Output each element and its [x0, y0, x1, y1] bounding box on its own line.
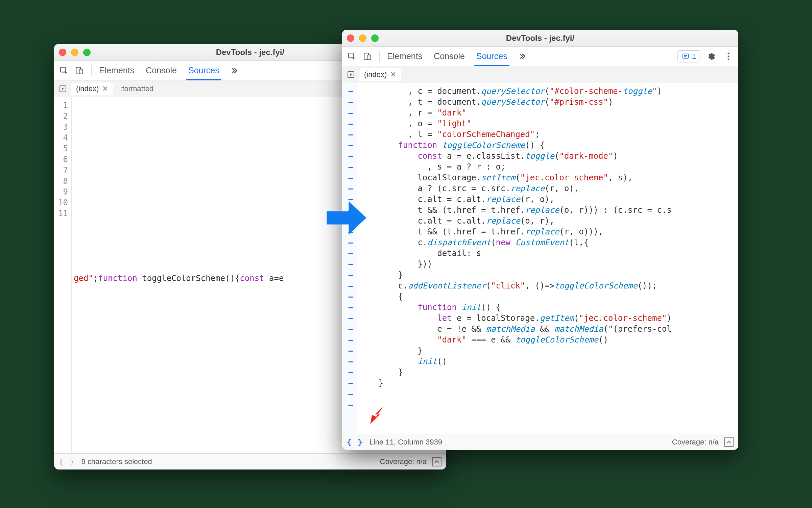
status-bar: { } Line 11, Column 3939 Coverage: n/a: [342, 434, 738, 450]
code-line: {: [359, 291, 738, 302]
code-line: })): [359, 259, 738, 270]
tab-sources[interactable]: Sources: [188, 61, 219, 80]
svg-rect-6: [368, 55, 371, 59]
close-window-button[interactable]: [59, 49, 66, 56]
svg-point-10: [728, 58, 730, 60]
code-line: , s = a ? r : o;: [359, 161, 738, 172]
code-line: const a = e.classList.toggle("dark-mode"…: [359, 151, 738, 161]
code-line: , c = document.querySelector("#color-sch…: [359, 86, 738, 97]
coverage-label: Coverage: n/a: [672, 438, 719, 447]
file-tab-formatted[interactable]: :formatted: [115, 82, 158, 95]
issues-count: 1: [692, 52, 696, 61]
code-line: }: [359, 345, 738, 356]
code-line: a ? (c.src = c.src.replace(r, o),: [359, 183, 738, 194]
file-tab-index[interactable]: (index) ✕: [359, 68, 401, 81]
close-window-button[interactable]: [347, 34, 354, 42]
panel-tabs: Elements Console Sources: [99, 61, 240, 80]
device-toolbar-icon[interactable]: [72, 63, 87, 78]
code-line: c.addEventListener("click", ()=>toggleCo…: [359, 280, 738, 291]
navigator-pane-icon[interactable]: [57, 83, 69, 95]
code-line: , t = document.querySelector("#prism-css…: [359, 97, 738, 107]
tab-sources[interactable]: Sources: [476, 47, 507, 66]
code-line: e = !e && matchMedia && matchMedia("(pre…: [359, 324, 738, 334]
code-line: c.alt = c.alt.replace(o, r),: [359, 215, 738, 226]
file-tab-label: (index): [364, 70, 387, 79]
status-bar: { } 9 characters selected Coverage: n/a: [54, 453, 446, 469]
svg-rect-7: [683, 54, 689, 58]
minimize-window-button[interactable]: [71, 49, 78, 56]
source-editor[interactable]: –––––––––– –––––––––– –––––––––– , c = d…: [342, 83, 738, 434]
panel-tabs: Elements Console Sources: [387, 47, 528, 66]
code-area[interactable]: , c = document.querySelector("#color-sch…: [357, 83, 738, 434]
code-line: c.alt = c.alt.replace(r, o),: [359, 194, 738, 205]
code-line: detail: s: [359, 248, 738, 259]
navigator-pane-icon[interactable]: [345, 69, 357, 81]
code-line: t && (t.href = t.href.replace(r, o))),: [359, 226, 738, 237]
line-number-gutter: –––––––––– –––––––––– ––––––––––: [342, 83, 357, 434]
titlebar: DevTools - jec.fyi/: [342, 30, 738, 47]
code-line: function toggleColorScheme() {: [359, 140, 738, 151]
code-line: , o = "light": [359, 118, 738, 129]
tab-console[interactable]: Console: [146, 61, 177, 80]
code-line: init(): [359, 356, 738, 367]
inspect-element-icon[interactable]: [57, 63, 71, 78]
code-line: , l = "colorSchemeChanged";: [359, 129, 738, 140]
code-line: , r = "dark": [359, 107, 738, 118]
code-line: t && (t.href = t.href.replace(o, r))) : …: [359, 205, 738, 215]
device-toolbar-icon[interactable]: [360, 49, 375, 63]
traffic-lights: [59, 49, 91, 56]
tab-console[interactable]: Console: [434, 47, 465, 66]
code-line: localStorage.setItem("jec.color-scheme",…: [359, 172, 738, 183]
settings-gear-icon[interactable]: [704, 49, 718, 63]
close-tab-icon[interactable]: ✕: [390, 70, 396, 79]
minimize-window-button[interactable]: [359, 34, 366, 42]
more-tabs-chevron-icon[interactable]: [519, 47, 528, 66]
code-line: "dark" === e && toggleColorScheme(): [359, 334, 738, 345]
inspect-element-icon[interactable]: [345, 49, 359, 63]
show-coverage-icon[interactable]: [724, 437, 734, 447]
panel-tabs-toolbar: Elements Console Sources 1: [342, 47, 738, 66]
show-coverage-icon[interactable]: [432, 457, 441, 466]
close-tab-icon[interactable]: ✕: [102, 84, 108, 93]
code-line: }: [359, 367, 738, 378]
tab-elements[interactable]: Elements: [99, 61, 134, 80]
status-cursor-position: Line 11, Column 3939: [369, 438, 442, 447]
issues-button[interactable]: 1: [677, 50, 700, 62]
more-tabs-chevron-icon[interactable]: [231, 61, 240, 80]
code-line: }: [359, 378, 738, 388]
pretty-print-icon[interactable]: { }: [59, 457, 75, 466]
code-line: let e = localStorage.getItem("jec.color-…: [359, 313, 738, 324]
zoom-window-button[interactable]: [83, 49, 91, 56]
status-selection: 9 characters selected: [81, 457, 152, 466]
code-line: c.dispatchEvent(new CustomEvent(l,{: [359, 237, 738, 248]
traffic-lights: [347, 34, 379, 42]
more-menu-icon[interactable]: [721, 49, 736, 63]
code-line: function init() {: [359, 302, 738, 313]
tab-elements[interactable]: Elements: [387, 47, 422, 66]
zoom-window-button[interactable]: [371, 34, 379, 42]
svg-point-8: [728, 52, 730, 54]
toolbar-separator: [91, 65, 92, 76]
file-tab-label: (index): [76, 84, 99, 93]
toolbar-separator: [379, 51, 380, 62]
coverage-label: Coverage: n/a: [380, 457, 427, 466]
window-title: DevTools - jec.fyi/: [342, 33, 738, 43]
file-tab-index[interactable]: (index) ✕: [71, 82, 113, 95]
svg-point-9: [728, 55, 730, 57]
pretty-print-icon[interactable]: { }: [347, 438, 363, 446]
devtools-window-right: DevTools - jec.fyi/ Elements Console Sou…: [342, 30, 738, 450]
svg-rect-2: [80, 69, 83, 74]
code-line: }: [359, 270, 738, 280]
sources-file-tabs: (index) ✕: [342, 66, 738, 83]
line-number-gutter: 123 456 789 1011: [54, 97, 72, 453]
